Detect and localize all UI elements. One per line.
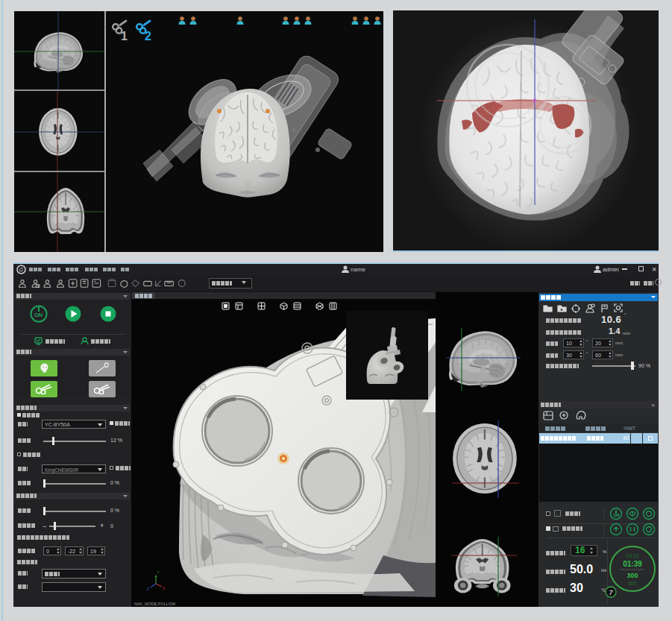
svg-text:Y: Y bbox=[157, 570, 160, 575]
svg-text:Z: Z bbox=[147, 587, 149, 591]
svg-text:ON: ON bbox=[34, 312, 43, 318]
svg-text:300: 300 bbox=[627, 572, 638, 579]
svg-text:1: 1 bbox=[121, 30, 128, 42]
svg-text:ON: ON bbox=[614, 513, 620, 517]
svg-text:03:12: 03:12 bbox=[626, 553, 639, 558]
svg-text:2: 2 bbox=[145, 30, 151, 42]
svg-text:01:39: 01:39 bbox=[623, 560, 642, 568]
svg-text:NAV_MODE:FOLLOW: NAV_MODE:FOLLOW bbox=[134, 602, 176, 606]
svg-text:600: 600 bbox=[628, 581, 637, 586]
svg-text:X: X bbox=[163, 586, 166, 590]
